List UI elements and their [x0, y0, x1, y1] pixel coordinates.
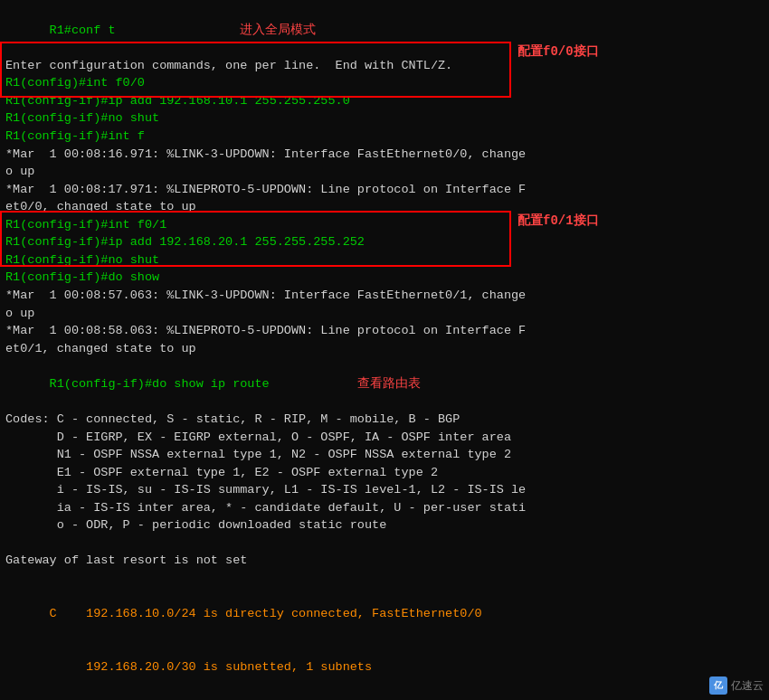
line-23: E1 - OSPF external type 1, E2 - OSPF ext…: [5, 464, 764, 482]
line-11: R1(config-if)#int f0/1: [5, 216, 764, 234]
line-10: et0/0, changed state to up: [5, 198, 764, 216]
line-1: R1#conf t 进入全局模式: [5, 4, 764, 57]
watermark-icon: 亿: [709, 676, 727, 695]
line-6: R1(config-if)#int f: [5, 128, 764, 146]
line-25: ia - IS-IS inter area, * - candidate def…: [5, 499, 764, 517]
line-17: *Mar 1 00:08:58.063: %LINEPROTO-5-UPDOWN…: [5, 322, 764, 340]
terminal-output: R1#conf t 进入全局模式 Enter configuration com…: [5, 4, 764, 700]
annotation-route-table: 查看路由表: [270, 377, 421, 391]
cmd-show-route: R1(config-if)#do show ip route: [50, 377, 270, 391]
line-22: N1 - OSPF NSSA external type 1, N2 - OSP…: [5, 446, 764, 464]
line-31: 192.168.20.0/30 is subnetted, 1 subnets: [5, 640, 764, 694]
cmd-1: R1#conf t: [50, 24, 116, 37]
line-12: R1(config-if)#ip add 192.168.20.1 255.25…: [5, 233, 764, 251]
line-29: [5, 570, 764, 588]
line-30: C 192.168.10.0/24 is directly connected,…: [5, 588, 764, 641]
watermark: 亿 亿速云: [709, 676, 764, 695]
line-18: et0/1, changed state to up: [5, 340, 764, 358]
line-28: Gateway of last resort is not set: [5, 552, 764, 570]
line-14: R1(config-if)#do show: [5, 269, 764, 287]
line-26: o - ODR, P - periodic downloaded static …: [5, 516, 764, 534]
terminal-window: R1#conf t 进入全局模式 Enter configuration com…: [0, 0, 769, 700]
line-4: R1(config-if)#ip add 192.168.10.1 255.25…: [5, 92, 764, 110]
line-19: R1(config-if)#do show ip route 查看路由表: [5, 357, 764, 411]
line-16: o up: [5, 305, 764, 323]
line-5: R1(config-if)#no shut: [5, 109, 764, 128]
line-20: Codes: C - connected, S - static, R - RI…: [5, 411, 764, 429]
line-27: [5, 534, 764, 553]
line-7: *Mar 1 00:08:16.971: %LINK-3-UPDOWN: Int…: [5, 146, 764, 164]
watermark-icon-text: 亿: [714, 679, 723, 692]
line-2: Enter configuration commands, one per li…: [5, 57, 764, 75]
line-21: D - EIGRP, EX - EIGRP external, O - OSPF…: [5, 429, 764, 447]
line-9: *Mar 1 00:08:17.971: %LINEPROTO-5-UPDOWN…: [5, 181, 764, 199]
line-8: o up: [5, 163, 764, 181]
watermark-text: 亿速云: [731, 678, 764, 694]
route-sub: 192.168.20.0/30 is subnetted, 1 subnets: [50, 660, 372, 674]
line-15: *Mar 1 00:08:57.063: %LINK-3-UPDOWN: Int…: [5, 287, 764, 305]
annotation-global-mode: 进入全局模式: [152, 24, 317, 37]
line-13: R1(config-if)#no shut: [5, 251, 764, 270]
line-24: i - IS-IS, su - IS-IS summary, L1 - IS-I…: [5, 481, 764, 499]
line-32: C 192.168.20.0 is directly connected, Fa…: [5, 694, 764, 700]
route-c1: C 192.168.10.0/24 is directly connected,…: [50, 607, 482, 620]
line-3: R1(config)#int f0/0: [5, 74, 764, 92]
